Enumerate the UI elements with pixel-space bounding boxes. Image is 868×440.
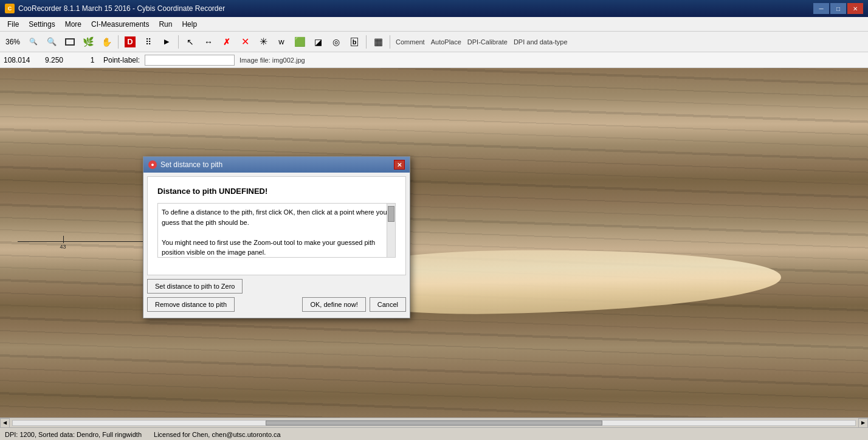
point-label-text: Point-label: [103, 56, 140, 64]
box-select-button[interactable] [62, 34, 78, 50]
dialog-right-buttons: OK, define now! Cancel [302, 297, 406, 312]
split-color-icon: 🟩 [294, 36, 306, 47]
dialog-content-area: Distance to pith UNDEFINED! To define a … [147, 176, 406, 275]
b-box-icon: b [351, 38, 359, 46]
dialog-scrollbar-thumb [388, 206, 394, 222]
target-icon: ◎ [332, 37, 340, 47]
horizontal-scrollbar[interactable]: ◀ ▶ [0, 418, 868, 427]
menu-settings[interactable]: Settings [24, 19, 60, 30]
autoplace-button[interactable]: AutoPlace [429, 34, 463, 50]
zoom-out-button[interactable]: 🔍 [44, 34, 60, 50]
x-mark-icon: ✕ [241, 36, 249, 47]
dpi-datatype-button[interactable]: DPI and data-type [512, 34, 570, 50]
scroll-left-button[interactable]: ◀ [0, 418, 10, 428]
hand-tool-button[interactable]: ✋ [98, 34, 114, 50]
menu-run[interactable]: Run [154, 19, 177, 30]
separator-1 [118, 35, 119, 49]
bidirectional-button[interactable]: ↔ [201, 34, 216, 50]
separator-4 [390, 35, 390, 49]
app-icon: C [5, 4, 15, 13]
menu-ci-measurements[interactable]: CI-Measurements [86, 19, 154, 30]
w-button[interactable]: w [274, 34, 289, 50]
w-icon: w [278, 37, 284, 46]
y-coordinate: 9.250 [45, 56, 81, 64]
comment-button[interactable]: Comment [394, 34, 427, 50]
toolbar: 36% 🔍 🔍 🌿 ✋ D ⠿ ▶ ↖ ↔ ✗ ✕ [0, 32, 868, 52]
menu-bar: File Settings More CI-Measurements Run H… [0, 17, 868, 32]
bidirectional-icon: ↔ [204, 37, 213, 47]
scroll-thumb[interactable] [266, 421, 602, 425]
dialog-body-content: To define a distance to the pith, first … [162, 208, 387, 256]
status-bar: DPI: 1200, Sorted data: Dendro, Full rin… [0, 427, 868, 440]
dialog-left-buttons: Remove distance to pith [147, 297, 235, 312]
color-tool-1-icon: 🌿 [83, 36, 94, 47]
color-tool-1-button[interactable]: 🌿 [80, 34, 96, 50]
point-number: 1 [86, 56, 98, 64]
menu-more[interactable]: More [60, 19, 86, 30]
diagonal-icon: ◪ [314, 37, 322, 47]
point-label-input[interactable] [145, 55, 235, 66]
title-bar: C CooRecorder 8.1.1 March 15 2016 - Cybi… [0, 0, 868, 17]
dialog-title-left: ● Set distance to pith [148, 160, 222, 169]
title-left: C CooRecorder 8.1.1 March 15 2016 - Cybi… [5, 4, 225, 13]
scroll-right-button[interactable]: ▶ [858, 418, 868, 428]
separator-2 [178, 35, 179, 49]
maximize-button[interactable]: □ [830, 3, 846, 14]
scroll-track[interactable] [12, 420, 856, 426]
license-info: Licensed for Chen, chen@utsc.utoronto.ca [154, 431, 281, 438]
zoom-in-icon: 🔍 [29, 38, 38, 46]
x-coordinate: 108.014 [4, 56, 40, 64]
dialog-second-button-row: Remove distance to pith OK, define now! … [147, 297, 406, 312]
coord-bar: 108.014 9.250 1 Point-label: Image file:… [0, 52, 868, 68]
set-distance-dialog: ● Set distance to pith ✕ Distance to pit… [143, 156, 410, 318]
b-box-button[interactable]: b [346, 34, 362, 50]
menu-help[interactable]: Help [177, 19, 202, 30]
dialog-scrollbar[interactable] [387, 204, 395, 257]
hand-icon: ✋ [102, 37, 112, 47]
d-icon: D [125, 36, 136, 47]
window-controls: ─ □ ✕ [813, 3, 863, 14]
dialog-body-text: To define a distance to the pith, first … [157, 203, 396, 258]
dpi-calibrate-button[interactable]: DPI-Calibrate [466, 34, 509, 50]
star-icon: ✳ [260, 36, 267, 47]
zoom-in-button[interactable]: 🔍 [26, 34, 41, 50]
box-icon [65, 38, 75, 46]
separator-3 [366, 35, 367, 49]
dialog-titlebar: ● Set distance to pith ✕ [143, 157, 410, 173]
dialog-first-button-row: Set distance to pith to Zero [147, 279, 406, 294]
target-button[interactable]: ◎ [328, 34, 344, 50]
set-zero-button[interactable]: Set distance to pith to Zero [147, 279, 243, 294]
dpi-info: DPI: 1200, Sorted data: Dendro, Full rin… [5, 431, 142, 438]
dots-icon: ⠿ [145, 37, 151, 47]
arrow-right-button[interactable]: ▶ [159, 34, 174, 50]
arrow-right-icon: ▶ [164, 38, 169, 46]
dialog-close-button[interactable]: ✕ [394, 160, 405, 170]
image-file-info: Image file: img002.jpg [239, 57, 305, 64]
dialog-title-text: Set distance to pith [160, 160, 222, 169]
cursor-icon: ↖ [187, 37, 194, 47]
zoom-out-icon: 🔍 [47, 37, 57, 46]
split-color-button[interactable]: 🟩 [292, 34, 308, 50]
star-button[interactable]: ✳ [255, 34, 271, 50]
grid-button[interactable]: ▦ [370, 34, 386, 50]
grid-icon: ▦ [374, 36, 383, 47]
close-button[interactable]: ✕ [847, 3, 863, 14]
dialog-overlay: ● Set distance to pith ✕ Distance to pit… [0, 68, 868, 418]
minimize-button[interactable]: ─ [813, 3, 829, 14]
ok-define-button[interactable]: OK, define now! [302, 297, 365, 312]
x-red-icon: ✗ [223, 37, 230, 47]
cursor-button[interactable]: ↖ [182, 34, 198, 50]
remove-distance-button[interactable]: Remove distance to pith [147, 297, 235, 312]
diagonal-button[interactable]: ◪ [310, 34, 326, 50]
main-image-area[interactable]: 43 44 45 ● Set distance to pith ✕ [0, 68, 868, 418]
zoom-percent: 36% [2, 34, 23, 50]
x-red-button[interactable]: ✗ [219, 34, 235, 50]
cancel-button[interactable]: Cancel [370, 297, 406, 312]
dots-tool-button[interactable]: ⠿ [140, 34, 156, 50]
x-mark-button[interactable]: ✕ [237, 34, 253, 50]
d-tool-button[interactable]: D [122, 34, 138, 50]
window-title: CooRecorder 8.1.1 March 15 2016 - Cybis … [18, 4, 225, 13]
dialog-app-icon: ● [148, 160, 157, 169]
dialog-heading: Distance to pith UNDEFINED! [157, 187, 396, 196]
menu-file[interactable]: File [2, 19, 24, 30]
